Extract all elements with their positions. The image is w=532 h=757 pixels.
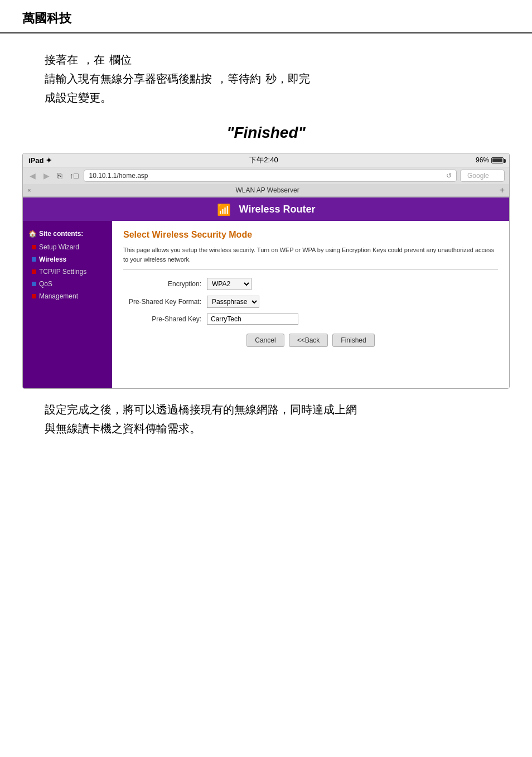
- tab-title: WLAN AP Webserver: [35, 186, 499, 194]
- sidebar-bullet-mgmt: [32, 294, 36, 298]
- router-title: Wireless Router: [239, 204, 316, 215]
- instruction-line1-part1: 接著在: [45, 50, 78, 69]
- panel-description: This page allows you setup the wireless …: [123, 245, 498, 270]
- google-search-bar[interactable]: Google: [460, 170, 505, 182]
- sidebar-bullet-qos: [32, 282, 36, 286]
- instruction-line2-part1: 請輸入現有無線分享器密碼後點按: [45, 69, 212, 88]
- psk-input[interactable]: [207, 314, 298, 325]
- instruction-row-1: 接著在 ，在 欄位: [45, 50, 487, 69]
- bookmarks-button[interactable]: ⎘: [55, 170, 64, 181]
- footer-line2: 與無線讀卡機之資料傳輸需求。: [45, 419, 487, 438]
- psk-label: Pre-Shared Key:: [123, 315, 201, 323]
- footer-text: 設定完成之後，將可以透過橋接現有的無線網路，同時達成上網 與無線讀卡機之資料傳輸…: [0, 389, 532, 449]
- page-header: 萬國科技: [0, 0, 532, 33]
- button-row: Cancel <<Back Finished: [123, 334, 498, 347]
- sidebar-bullet-setup: [32, 245, 36, 249]
- sidebar-item-wireless[interactable]: Wireless: [23, 253, 112, 266]
- finished-button[interactable]: Finished: [332, 334, 374, 347]
- finished-heading: "Finished": [0, 124, 532, 142]
- battery-icon: [491, 157, 504, 163]
- browser-nav-bar: ◀ ▶ ⎘ ↑□ 10.10.1.1/home.asp ↺ Google: [23, 167, 509, 184]
- psk-format-label: Pre-Shared Key Format:: [123, 298, 201, 306]
- battery-percent: 96%: [476, 156, 489, 164]
- instruction-row-2: 請輸入現有無線分享器密碼後點按 ，等待約 秒，即完: [45, 69, 487, 88]
- encryption-row: Encryption: WPA2: [123, 278, 498, 290]
- company-name: 萬國科技: [22, 11, 71, 25]
- forward-button[interactable]: ▶: [41, 170, 52, 181]
- instruction-line2-part2: ，等待約: [216, 69, 261, 88]
- tab-bar: × WLAN AP Webserver +: [23, 184, 509, 197]
- sidebar-item-tcp-ip[interactable]: TCP/IP Settings: [23, 266, 112, 278]
- psk-format-select[interactable]: Passphrase: [207, 296, 259, 308]
- sidebar-item-qos[interactable]: QoS: [23, 278, 112, 290]
- instruction-block: 接著在 ，在 欄位 請輸入現有無線分享器密碼後點按 ，等待約 秒，即完 成設定變…: [0, 45, 532, 113]
- sidebar-bullet-wireless: [32, 257, 36, 262]
- main-panel: Select Wireless Security Mode This page …: [112, 221, 509, 388]
- address-right: ↺: [446, 172, 452, 180]
- share-button[interactable]: ↑□: [67, 170, 80, 181]
- instruction-line2-part3: 秒，即完: [265, 69, 310, 88]
- ios-status-bar: iPad ✦ 下午2:40 96%: [23, 153, 509, 167]
- address-text: 10.10.1.1/home.asp: [89, 172, 148, 180]
- sidebar: 🏠 Site contents: Setup Wizard Wireless T…: [23, 221, 112, 388]
- router-content: 🏠 Site contents: Setup Wizard Wireless T…: [23, 221, 509, 388]
- footer-line1: 設定完成之後，將可以透過橋接現有的無線網路，同時達成上網: [45, 400, 487, 419]
- ipad-frame: iPad ✦ 下午2:40 96% ◀ ▶ ⎘ ↑□ 10.10.1.1/hom…: [22, 153, 510, 389]
- back-button[interactable]: ◀: [27, 170, 38, 181]
- instruction-line3: 成設定變更。: [45, 88, 112, 107]
- refresh-icon[interactable]: ↺: [446, 172, 452, 180]
- instruction-line1-part3: 欄位: [109, 50, 132, 69]
- back-nav-button[interactable]: <<Back: [289, 334, 328, 347]
- sidebar-bullet-tcp: [32, 269, 36, 274]
- wifi-icon: [217, 203, 233, 215]
- tab-close-button[interactable]: ×: [27, 187, 31, 194]
- sidebar-home-icon: 🏠: [28, 230, 37, 238]
- sidebar-title: 🏠 Site contents:: [23, 226, 112, 241]
- tab-add-button[interactable]: +: [500, 185, 505, 195]
- status-left: iPad ✦: [28, 156, 52, 165]
- status-center: 下午2:40: [249, 155, 278, 165]
- panel-title: Select Wireless Security Mode: [123, 230, 498, 240]
- address-bar[interactable]: 10.10.1.1/home.asp ↺: [84, 170, 457, 182]
- browser-chrome: ◀ ▶ ⎘ ↑□ 10.10.1.1/home.asp ↺ Google × W…: [23, 167, 509, 197]
- psk-format-row: Pre-Shared Key Format: Passphrase: [123, 296, 498, 308]
- router-header: Wireless Router: [23, 197, 509, 221]
- status-right: 96%: [476, 156, 504, 164]
- google-placeholder: Google: [467, 172, 489, 180]
- encryption-select[interactable]: WPA2: [207, 278, 252, 290]
- instruction-row-3: 成設定變更。: [45, 88, 487, 107]
- cancel-button[interactable]: Cancel: [246, 334, 284, 347]
- sidebar-item-setup-wizard[interactable]: Setup Wizard: [23, 241, 112, 253]
- encryption-label: Encryption:: [123, 280, 201, 288]
- psk-row: Pre-Shared Key:: [123, 314, 498, 325]
- sidebar-item-management[interactable]: Management: [23, 290, 112, 302]
- instruction-line1-part2: ，在: [83, 50, 105, 69]
